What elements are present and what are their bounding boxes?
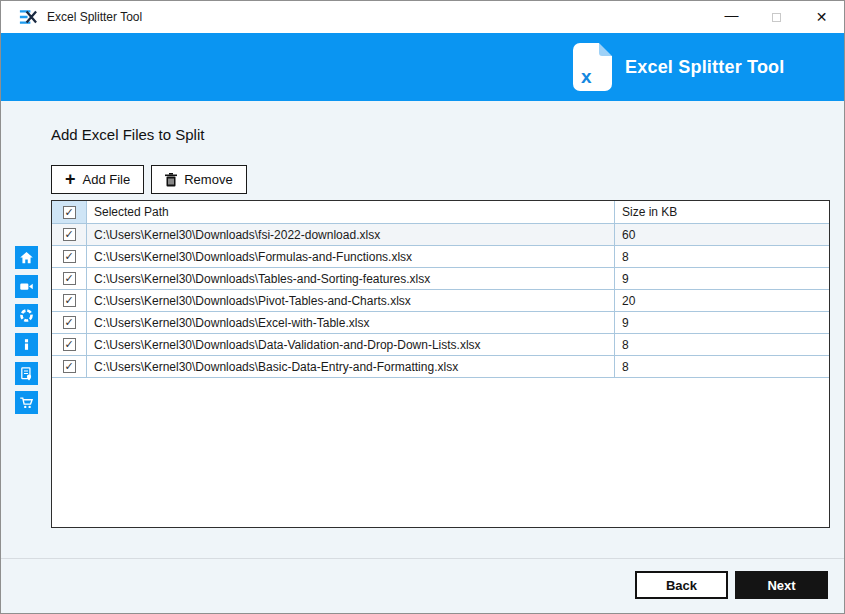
row-checkbox[interactable]: ✓ — [63, 360, 76, 373]
brand: x Excel Splitter Tool — [573, 43, 785, 91]
table-row: ✓ C:\Users\Kernel30\Downloads\Excel-with… — [52, 312, 829, 334]
next-button[interactable]: Next — [735, 571, 828, 599]
minimize-icon: — — [725, 7, 739, 23]
page-title: Add Excel Files to Split — [51, 126, 204, 143]
remove-button[interactable]: Remove — [151, 165, 246, 194]
row-checkbox-cell: ✓ — [52, 312, 87, 334]
close-icon: ✕ — [816, 9, 828, 25]
maximize-button[interactable] — [754, 1, 799, 33]
sidebar-item-home[interactable] — [15, 246, 38, 269]
select-all-checkbox[interactable]: ✓ — [63, 206, 76, 219]
row-checkbox-cell: ✓ — [52, 334, 87, 356]
home-icon — [19, 250, 34, 265]
file-path-cell[interactable]: C:\Users\Kernel30\Downloads\Tables-and-S… — [87, 268, 615, 290]
table-row: ✓ C:\Users\Kernel30\Downloads\Basic-Data… — [52, 356, 829, 378]
file-size-cell: 8 — [615, 334, 829, 356]
row-checkbox-cell: ✓ — [52, 268, 87, 290]
title-bar: Excel Splitter Tool — ✕ — [1, 1, 844, 33]
minimize-button[interactable]: — — [709, 1, 754, 33]
row-checkbox-cell: ✓ — [52, 356, 87, 378]
add-file-label: Add File — [83, 172, 131, 187]
row-checkbox[interactable]: ✓ — [63, 316, 76, 329]
footer-divider — [1, 558, 844, 559]
table-row: ✓ C:\Users\Kernel30\Downloads\Formulas-a… — [52, 246, 829, 268]
sidebar-item-help[interactable] — [15, 304, 38, 327]
row-checkbox-cell: ✓ — [52, 290, 87, 312]
column-header-path[interactable]: Selected Path — [87, 201, 615, 224]
file-size-cell: 20 — [615, 290, 829, 312]
row-checkbox[interactable]: ✓ — [63, 272, 76, 285]
remove-label: Remove — [184, 172, 232, 187]
table-row: ✓ C:\Users\Kernel30\Downloads\Data-Valid… — [52, 334, 829, 356]
table-body: ✓ C:\Users\Kernel30\Downloads\fsi-2022-d… — [52, 224, 829, 378]
file-path-cell[interactable]: C:\Users\Kernel30\Downloads\Formulas-and… — [87, 246, 615, 268]
plus-icon: + — [65, 170, 76, 188]
table-row: ✓ C:\Users\Kernel30\Downloads\Tables-and… — [52, 268, 829, 290]
sidebar-item-license[interactable] — [15, 362, 38, 385]
back-button[interactable]: Back — [635, 571, 728, 599]
excel-x-letter: x — [581, 67, 592, 86]
table-header-row: ✓ Selected Path Size in KB — [52, 201, 829, 224]
row-checkbox[interactable]: ✓ — [63, 228, 76, 241]
file-size-cell: 8 — [615, 246, 829, 268]
app-header: x Excel Splitter Tool — [1, 33, 844, 101]
column-header-size[interactable]: Size in KB — [615, 201, 829, 224]
sidebar-item-cart[interactable] — [15, 391, 38, 414]
sidebar-item-video[interactable] — [15, 275, 38, 298]
footer-buttons: Back Next — [635, 571, 828, 599]
cart-icon — [19, 395, 34, 410]
maximize-icon — [772, 13, 781, 22]
table-row: ✓ C:\Users\Kernel30\Downloads\Pivot-Tabl… — [52, 290, 829, 312]
file-size-cell: 9 — [615, 312, 829, 334]
file-size-cell: 60 — [615, 224, 829, 246]
row-checkbox-cell: ✓ — [52, 246, 87, 268]
row-checkbox-cell: ✓ — [52, 224, 87, 246]
license-icon — [19, 366, 34, 381]
file-table: ✓ Selected Path Size in KB ✓ C:\Users\Ke… — [51, 200, 830, 528]
select-all-cell: ✓ — [52, 201, 87, 224]
brand-title: Excel Splitter Tool — [625, 57, 785, 78]
app-logo-icon — [18, 9, 38, 25]
excel-file-icon: x — [573, 43, 612, 91]
row-checkbox[interactable]: ✓ — [63, 294, 76, 307]
add-file-button[interactable]: + Add File — [51, 165, 144, 194]
row-checkbox[interactable]: ✓ — [63, 338, 76, 351]
close-button[interactable]: ✕ — [799, 1, 844, 33]
app-window: Excel Splitter Tool — ✕ x Excel Splitter… — [0, 0, 845, 614]
window-controls: — ✕ — [709, 1, 844, 33]
file-path-cell[interactable]: C:\Users\Kernel30\Downloads\Data-Validat… — [87, 334, 615, 356]
toolbar: + Add File Remove — [51, 165, 247, 194]
table-row: ✓ C:\Users\Kernel30\Downloads\fsi-2022-d… — [52, 224, 829, 246]
info-icon — [19, 337, 34, 352]
trash-icon — [165, 173, 177, 187]
file-size-cell: 9 — [615, 268, 829, 290]
row-checkbox[interactable]: ✓ — [63, 250, 76, 263]
video-icon — [19, 279, 34, 294]
file-path-cell[interactable]: C:\Users\Kernel30\Downloads\Excel-with-T… — [87, 312, 615, 334]
help-lifering-icon — [19, 308, 34, 323]
file-size-cell: 8 — [615, 356, 829, 378]
page-fold — [599, 43, 612, 56]
file-path-cell[interactable]: C:\Users\Kernel30\Downloads\Basic-Data-E… — [87, 356, 615, 378]
file-path-cell[interactable]: C:\Users\Kernel30\Downloads\fsi-2022-dow… — [87, 224, 615, 246]
sidebar — [15, 246, 38, 414]
file-path-cell[interactable]: C:\Users\Kernel30\Downloads\Pivot-Tables… — [87, 290, 615, 312]
window-title: Excel Splitter Tool — [47, 10, 142, 24]
sidebar-item-info[interactable] — [15, 333, 38, 356]
